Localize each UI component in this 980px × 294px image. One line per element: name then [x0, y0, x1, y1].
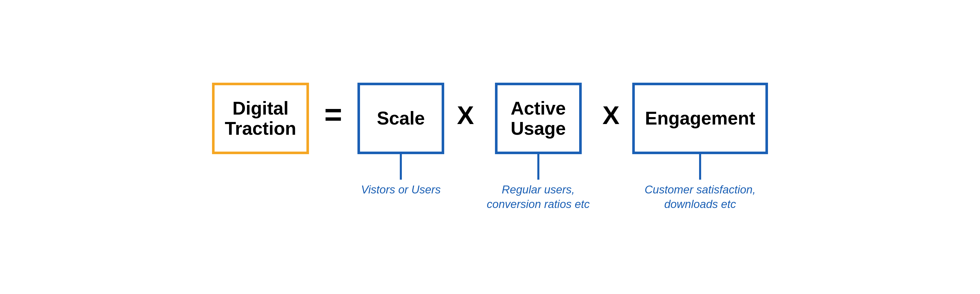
- active-usage-connector: [537, 154, 539, 180]
- engagement-term: Engagement Customer satisfaction, downlo…: [632, 83, 768, 211]
- scale-connector: [400, 154, 402, 180]
- engagement-box: Engagement: [632, 83, 768, 154]
- digital-traction-box: Digital Traction: [212, 83, 309, 154]
- scale-label: Scale: [377, 108, 425, 129]
- scale-term: Scale Vistors or Users: [358, 83, 444, 197]
- active-usage-sublabel: Regular users, conversion ratios etc: [487, 182, 590, 211]
- engagement-label: Engagement: [645, 108, 755, 129]
- equals-operator: =: [309, 83, 358, 132]
- scale-sublabel: Vistors or Users: [361, 182, 441, 197]
- active-usage-term: Active Usage Regular users, conversion r…: [487, 83, 590, 211]
- engagement-sublabel: Customer satisfaction, downloads etc: [644, 182, 756, 211]
- operator-2: X: [590, 83, 632, 130]
- formula-container: Digital Traction = Scale Vistors or User…: [202, 73, 778, 221]
- scale-box: Scale: [358, 83, 444, 154]
- engagement-connector: [699, 154, 701, 180]
- digital-traction-term: Digital Traction: [212, 83, 309, 180]
- operator-1: X: [444, 83, 487, 130]
- digital-traction-label: Digital Traction: [225, 98, 296, 138]
- active-usage-label: Active Usage: [511, 98, 566, 138]
- active-usage-box: Active Usage: [495, 83, 582, 154]
